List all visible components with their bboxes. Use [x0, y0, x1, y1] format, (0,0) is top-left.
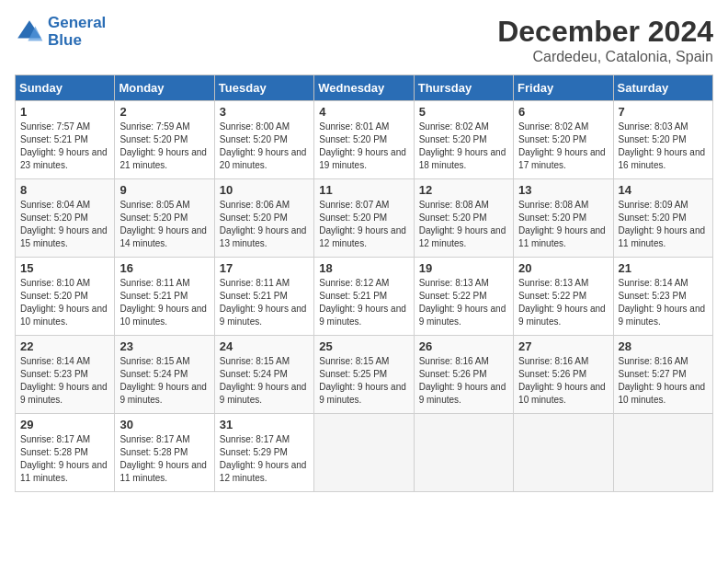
- day-number: 18: [319, 261, 408, 275]
- calendar-cell: 3 Sunrise: 8:00 AM Sunset: 5:20 PM Dayli…: [214, 101, 313, 179]
- sunrise-label: Sunrise: 8:12 AM: [319, 278, 389, 288]
- day-info: Sunrise: 8:02 AM Sunset: 5:20 PM Dayligh…: [419, 121, 508, 172]
- day-info: Sunrise: 8:17 AM Sunset: 5:28 PM Dayligh…: [20, 433, 109, 485]
- sunrise-label: Sunrise: 8:06 AM: [220, 200, 290, 210]
- day-info: Sunrise: 8:02 AM Sunset: 5:20 PM Dayligh…: [518, 121, 608, 172]
- calendar-cell: 27 Sunrise: 8:16 AM Sunset: 5:26 PM Dayl…: [514, 336, 613, 414]
- daylight-label: Daylight: 9 hours and 12 minutes.: [220, 460, 307, 483]
- day-number: 22: [20, 339, 109, 353]
- calendar-cell: 18 Sunrise: 8:12 AM Sunset: 5:21 PM Dayl…: [314, 258, 414, 336]
- daylight-label: Daylight: 9 hours and 11 minutes.: [518, 225, 606, 248]
- daylight-label: Daylight: 9 hours and 12 minutes.: [319, 225, 406, 248]
- sunset-label: Sunset: 5:25 PM: [319, 369, 387, 379]
- column-header-thursday: Thursday: [414, 75, 513, 101]
- day-info: Sunrise: 8:01 AM Sunset: 5:20 PM Dayligh…: [319, 121, 408, 172]
- calendar-cell: 1 Sunrise: 7:57 AM Sunset: 5:21 PM Dayli…: [16, 101, 115, 179]
- location-title: Cardedeu, Catalonia, Spain: [497, 49, 713, 65]
- daylight-label: Daylight: 9 hours and 10 minutes.: [619, 382, 706, 405]
- day-number: 1: [20, 105, 109, 119]
- column-header-friday: Friday: [514, 75, 613, 101]
- sunset-label: Sunset: 5:23 PM: [20, 369, 88, 379]
- day-info: Sunrise: 8:16 AM Sunset: 5:26 PM Dayligh…: [518, 355, 608, 407]
- sunrise-label: Sunrise: 8:11 AM: [220, 278, 290, 288]
- sunset-label: Sunset: 5:20 PM: [319, 134, 387, 144]
- day-info: Sunrise: 7:57 AM Sunset: 5:21 PM Dayligh…: [20, 121, 109, 172]
- day-info: Sunrise: 8:03 AM Sunset: 5:20 PM Dayligh…: [619, 121, 708, 172]
- daylight-label: Daylight: 9 hours and 15 minutes.: [20, 225, 108, 248]
- calendar-cell: [613, 414, 712, 492]
- sunset-label: Sunset: 5:21 PM: [319, 291, 387, 301]
- sunset-label: Sunset: 5:20 PM: [119, 213, 188, 223]
- day-info: Sunrise: 8:13 AM Sunset: 5:22 PM Dayligh…: [419, 277, 508, 328]
- sunrise-label: Sunrise: 8:02 AM: [419, 121, 489, 132]
- sunrise-label: Sunrise: 8:07 AM: [319, 200, 389, 210]
- day-info: Sunrise: 8:16 AM Sunset: 5:26 PM Dayligh…: [419, 355, 508, 407]
- sunset-label: Sunset: 5:20 PM: [20, 291, 88, 301]
- day-number: 12: [419, 183, 508, 197]
- day-number: 11: [319, 183, 408, 197]
- calendar-cell: 17 Sunrise: 8:11 AM Sunset: 5:21 PM Dayl…: [214, 258, 313, 336]
- logo-text: General Blue: [48, 15, 106, 49]
- logo: General Blue: [15, 15, 106, 49]
- daylight-label: Daylight: 9 hours and 10 minutes.: [518, 382, 606, 405]
- sunrise-label: Sunrise: 7:59 AM: [119, 121, 189, 132]
- day-number: 8: [20, 183, 109, 197]
- daylight-label: Daylight: 9 hours and 16 minutes.: [619, 147, 706, 170]
- calendar-cell: 16 Sunrise: 8:11 AM Sunset: 5:21 PM Dayl…: [115, 258, 214, 336]
- daylight-label: Daylight: 9 hours and 20 minutes.: [220, 147, 307, 170]
- daylight-label: Daylight: 9 hours and 9 minutes.: [220, 304, 307, 327]
- day-info: Sunrise: 8:08 AM Sunset: 5:20 PM Dayligh…: [518, 199, 608, 250]
- calendar-cell: 31 Sunrise: 8:17 AM Sunset: 5:29 PM Dayl…: [214, 414, 313, 492]
- daylight-label: Daylight: 9 hours and 10 minutes.: [20, 304, 108, 327]
- sunrise-label: Sunrise: 8:16 AM: [619, 356, 688, 366]
- calendar-cell: 6 Sunrise: 8:02 AM Sunset: 5:20 PM Dayli…: [514, 101, 613, 179]
- day-info: Sunrise: 8:11 AM Sunset: 5:21 PM Dayligh…: [119, 277, 209, 328]
- sunrise-label: Sunrise: 8:14 AM: [619, 278, 688, 288]
- sunset-label: Sunset: 5:28 PM: [119, 447, 188, 457]
- day-number: 23: [119, 339, 209, 353]
- day-number: 28: [619, 339, 708, 353]
- sunrise-label: Sunrise: 8:01 AM: [319, 121, 389, 132]
- calendar-cell: 21 Sunrise: 8:14 AM Sunset: 5:23 PM Dayl…: [613, 258, 712, 336]
- daylight-label: Daylight: 9 hours and 17 minutes.: [518, 147, 606, 170]
- daylight-label: Daylight: 9 hours and 12 minutes.: [419, 225, 506, 248]
- daylight-label: Daylight: 9 hours and 9 minutes.: [220, 382, 307, 405]
- day-info: Sunrise: 8:11 AM Sunset: 5:21 PM Dayligh…: [220, 277, 309, 328]
- calendar-week-row: 15 Sunrise: 8:10 AM Sunset: 5:20 PM Dayl…: [16, 258, 713, 336]
- daylight-label: Daylight: 9 hours and 9 minutes.: [319, 304, 406, 327]
- column-header-saturday: Saturday: [613, 75, 712, 101]
- calendar-table: SundayMondayTuesdayWednesdayThursdayFrid…: [15, 75, 713, 492]
- sunset-label: Sunset: 5:20 PM: [319, 213, 387, 223]
- calendar-cell: 14 Sunrise: 8:09 AM Sunset: 5:20 PM Dayl…: [613, 179, 712, 258]
- day-number: 5: [419, 105, 508, 119]
- calendar-cell: 11 Sunrise: 8:07 AM Sunset: 5:20 PM Dayl…: [314, 179, 414, 258]
- day-info: Sunrise: 8:16 AM Sunset: 5:27 PM Dayligh…: [619, 355, 708, 407]
- daylight-label: Daylight: 9 hours and 21 minutes.: [119, 147, 207, 170]
- daylight-label: Daylight: 9 hours and 9 minutes.: [119, 382, 207, 405]
- calendar-week-row: 29 Sunrise: 8:17 AM Sunset: 5:28 PM Dayl…: [16, 414, 713, 492]
- day-info: Sunrise: 8:10 AM Sunset: 5:20 PM Dayligh…: [20, 277, 109, 328]
- daylight-label: Daylight: 9 hours and 18 minutes.: [419, 147, 506, 170]
- day-number: 10: [220, 183, 309, 197]
- calendar-cell: 23 Sunrise: 8:15 AM Sunset: 5:24 PM Dayl…: [115, 336, 214, 414]
- calendar-header-row: SundayMondayTuesdayWednesdayThursdayFrid…: [16, 75, 713, 101]
- daylight-label: Daylight: 9 hours and 9 minutes.: [518, 304, 606, 327]
- sunrise-label: Sunrise: 8:03 AM: [619, 121, 688, 132]
- daylight-label: Daylight: 9 hours and 10 minutes.: [119, 304, 207, 327]
- day-number: 7: [619, 105, 708, 119]
- title-block: December 2024 Cardedeu, Catalonia, Spain: [497, 15, 713, 65]
- daylight-label: Daylight: 9 hours and 9 minutes.: [419, 382, 506, 405]
- sunset-label: Sunset: 5:21 PM: [20, 134, 88, 144]
- sunrise-label: Sunrise: 8:15 AM: [119, 356, 189, 366]
- calendar-cell: 10 Sunrise: 8:06 AM Sunset: 5:20 PM Dayl…: [214, 179, 313, 258]
- calendar-cell: [414, 414, 513, 492]
- calendar-cell: 15 Sunrise: 8:10 AM Sunset: 5:20 PM Dayl…: [16, 258, 115, 336]
- calendar-cell: 8 Sunrise: 8:04 AM Sunset: 5:20 PM Dayli…: [16, 179, 115, 258]
- calendar-cell: 20 Sunrise: 8:13 AM Sunset: 5:22 PM Dayl…: [514, 258, 613, 336]
- day-info: Sunrise: 8:15 AM Sunset: 5:24 PM Dayligh…: [220, 355, 309, 407]
- calendar-cell: 5 Sunrise: 8:02 AM Sunset: 5:20 PM Dayli…: [414, 101, 513, 179]
- sunrise-label: Sunrise: 8:17 AM: [220, 434, 290, 444]
- day-number: 2: [119, 105, 209, 119]
- day-info: Sunrise: 8:08 AM Sunset: 5:20 PM Dayligh…: [419, 199, 508, 250]
- column-header-wednesday: Wednesday: [314, 75, 414, 101]
